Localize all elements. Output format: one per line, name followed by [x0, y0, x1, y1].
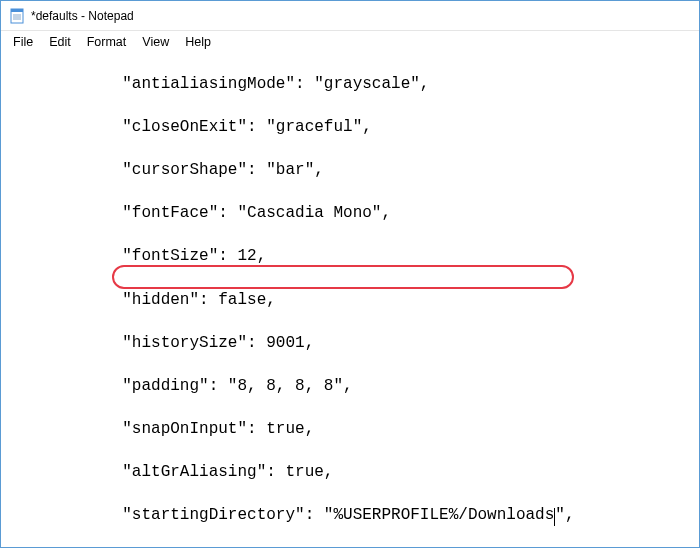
titlebar: *defaults - Notepad — [1, 1, 699, 31]
notepad-icon — [9, 8, 25, 24]
window-title: *defaults - Notepad — [31, 9, 134, 23]
code-line: "fontFace": "Cascadia Mono", — [7, 203, 699, 225]
menu-format[interactable]: Format — [79, 33, 135, 51]
code-line: "hidden": false, — [7, 290, 699, 312]
code-line: "closeOnExit": "graceful", — [7, 117, 699, 139]
code-line: "snapOnInput": true, — [7, 419, 699, 441]
code-line: "antialiasingMode": "grayscale", — [7, 74, 699, 96]
menu-edit[interactable]: Edit — [41, 33, 79, 51]
code-line: "fontSize": 12, — [7, 246, 699, 268]
code-line: "padding": "8, 8, 8, 8", — [7, 376, 699, 398]
code-line: "historySize": 9001, — [7, 333, 699, 355]
code-text: "startingDirectory": "%USERPROFILE%/Down… — [7, 506, 554, 524]
svg-rect-1 — [11, 9, 23, 12]
highlight-annotation — [112, 265, 574, 289]
code-line: "altGrAliasing": true, — [7, 462, 699, 484]
menu-file[interactable]: File — [5, 33, 41, 51]
menubar: File Edit Format View Help — [1, 31, 699, 52]
menu-view[interactable]: View — [134, 33, 177, 51]
code-line: "cursorShape": "bar", — [7, 160, 699, 182]
menu-help[interactable]: Help — [177, 33, 219, 51]
editor-content[interactable]: "antialiasingMode": "grayscale", "closeO… — [1, 52, 699, 547]
code-text: ", — [555, 506, 574, 524]
code-line-highlighted: "startingDirectory": "%USERPROFILE%/Down… — [7, 505, 699, 527]
